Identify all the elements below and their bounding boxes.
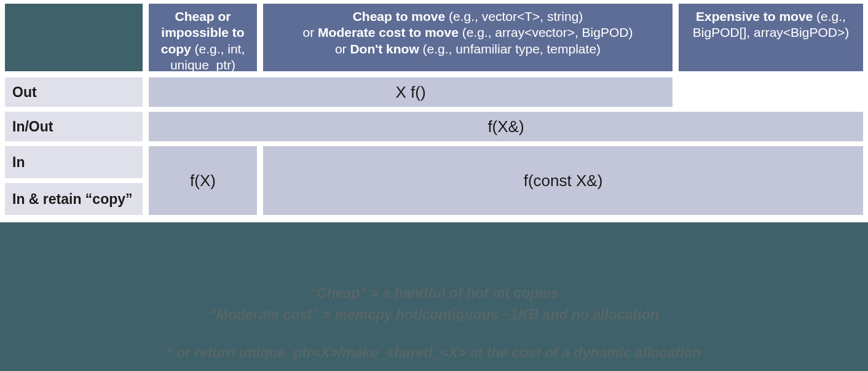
header-col-c-bold: Expensive to move: [696, 9, 813, 23]
header-col-b-bold3: Don't know: [350, 42, 419, 56]
header-col-cheap-copy: Cheap or impossible to copy (e.g., int, …: [149, 4, 257, 71]
footnote-uniqueptr: * or return unique_ptr<X>/make_shared_<X…: [0, 342, 868, 364]
header-col-b-pre3: or: [335, 42, 350, 56]
rowlabel-inretain: In & retain “copy”: [5, 183, 143, 215]
row-inout: In/Out f(X&): [0, 109, 868, 144]
footnote-moderate: “Moderate cost” ≈ memcpy hot/contiguous …: [209, 307, 658, 322]
footnote-cheap: “Cheap” ≈ a handful of hot int copies: [310, 285, 559, 301]
rowlabel-inout: In/Out: [5, 112, 143, 141]
cell-in-cheapcopy: f(X): [149, 146, 257, 215]
cell-inout: f(X&): [149, 112, 863, 141]
table-area: Cheap or impossible to copy (e.g., int, …: [0, 0, 868, 222]
footnotes: “Cheap” ≈ a handful of hot int copies “M…: [0, 283, 868, 364]
header-row: Cheap or impossible to copy (e.g., int, …: [0, 0, 868, 75]
header-col-cheap-move: Cheap to move (e.g., vector<T>, string) …: [263, 4, 673, 71]
header-col-expensive-move: Expensive to move (e.g., BigPOD[], array…: [679, 4, 863, 71]
header-col-b-eg2: (e.g., array<vector>, BigPOD): [459, 25, 633, 39]
header-col-b-eg3: (e.g., unfamiliar type, template): [419, 42, 601, 56]
header-col-b-bold2: Moderate cost to move: [318, 25, 459, 39]
rowlabels-in-group: In In & retain “copy”: [5, 146, 143, 215]
diagram-stage: Cheap or impossible to copy (e.g., int, …: [0, 0, 868, 371]
header-spacer: [5, 4, 143, 71]
cell-in-rest: f(const X&): [263, 146, 863, 215]
cell-out-expensive-empty: [679, 77, 863, 107]
row-out: Out X f(): [0, 75, 868, 109]
header-col-b-bold1: Cheap to move: [353, 9, 446, 23]
rowlabel-in: In: [5, 146, 143, 178]
row-in-group: In In & retain “copy” f(X) f(const X&): [0, 144, 868, 217]
cell-out: X f(): [149, 77, 673, 107]
rowlabel-out: Out: [5, 77, 143, 107]
header-col-b-pre2: or: [303, 25, 318, 39]
header-col-b-eg1: (e.g., vector<T>, string): [445, 9, 583, 23]
